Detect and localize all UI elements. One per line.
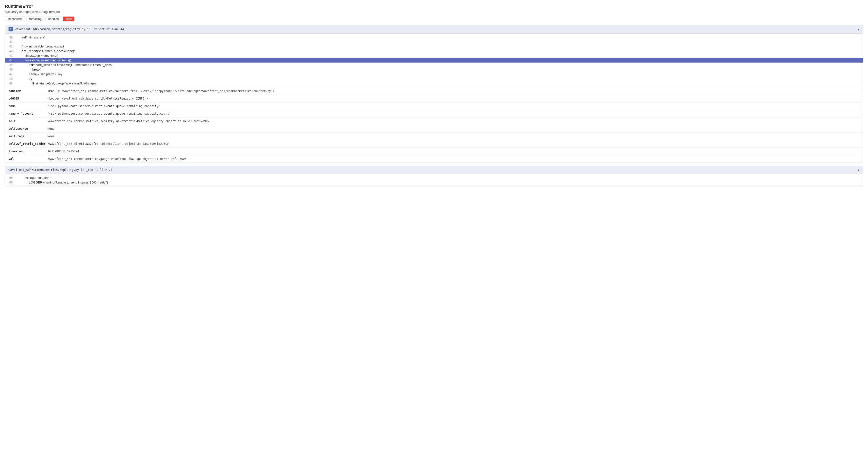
frame-in-1: in (87, 28, 92, 31)
frame-filepath-2: wavefront_sdk/common/metrics/registry.py (8, 168, 79, 171)
frame-lineno-2: 70 (109, 168, 112, 171)
var-row: self<wavefront_sdk.common.metrics.regist… (5, 118, 863, 125)
frame-lineno-1: 44 (121, 28, 124, 31)
var-value: <wavefront_sdk.common.metrics.gauge.Wave… (48, 157, 187, 161)
var-row: self.sourceNone (5, 125, 863, 133)
var-row: self.tagsNone (5, 133, 863, 140)
frame-filepath-1: wavefront_sdk/common/metrics/registry.py (15, 28, 85, 31)
var-name: self.wf_metric_sender (8, 142, 48, 145)
var-name: self.tags (8, 135, 48, 138)
code-line: 42. def _report(self, timeout_secs=None)… (5, 49, 863, 53)
var-name: LOGGER (8, 97, 48, 100)
code-line: 66. LOGGER.warning('Unable to send inter… (5, 180, 863, 185)
line-number: 66. (5, 181, 17, 184)
code-line: 65. except Exception: (5, 175, 863, 180)
line-code: for key, val in self.metrics.items(): (17, 58, 72, 62)
var-value: <module 'wavefront_sdk.common.metrics.co… (48, 89, 275, 93)
var-value: None (48, 135, 55, 138)
line-number: 45. (5, 63, 17, 67)
frame-scroll-btn-2[interactable]: ▴ (858, 168, 860, 172)
var-value: <wavefront_sdk.direct.WavefrontDirectCli… (48, 142, 169, 145)
var-row: name'~sdk.python.core.sender.direct.even… (5, 102, 863, 110)
var-value: <wavefront_sdk.common.metrics.registry.W… (48, 120, 210, 123)
frame-path-1: wavefront_sdk/common/metrics/registry.py… (15, 28, 124, 31)
var-value: None (48, 127, 55, 130)
var-value: '~sdk.python.core.sender.direct.events.q… (48, 112, 171, 116)
line-code: def _report(self, timeout_secs=None): (17, 49, 75, 53)
var-row: name + '.count''~sdk.python.core.sender.… (5, 110, 863, 118)
frame-header-1: P wavefront_sdk/common/metrics/registry.… (5, 25, 863, 34)
var-value: '~sdk.python.core.sender.direct.events.q… (48, 104, 160, 108)
code-line: 48. try: (5, 76, 863, 81)
tag-false[interactable]: false (63, 17, 74, 22)
var-name: self (8, 120, 48, 123)
line-code: if timeout_secs and time.time() - timest… (17, 63, 113, 67)
var-row: self.wf_metric_sender<wavefront_sdk.dire… (5, 140, 863, 148)
code-line: 45. if timeout_secs and time.time() - ti… (5, 63, 863, 67)
code-section-2: 65. except Exception:66. LOGGER.warning(… (5, 174, 863, 186)
frame-header-2: wavefront_sdk/common/metrics/registry.py… (5, 166, 863, 174)
var-name: self.source (8, 127, 48, 130)
tag-mechanism[interactable]: mechanism (5, 17, 25, 22)
var-row: counter<module 'wavefront_sdk.common.met… (5, 87, 863, 95)
code-line: 46. break (5, 67, 863, 72)
frame-function-2: _run (86, 168, 93, 171)
line-number: 39. (5, 36, 17, 39)
error-subtitle: dictionary changed size during iteration (5, 10, 863, 13)
tag-threading[interactable]: threading (27, 17, 44, 22)
frame-path-2: wavefront_sdk/common/metrics/registry.py… (8, 168, 112, 171)
tag-handled[interactable]: handled (45, 17, 61, 22)
frame-at-1: at line (106, 28, 121, 31)
var-row: val<wavefront_sdk.common.metrics.gauge.W… (5, 155, 863, 163)
line-code: timestamp = time.time() (17, 54, 58, 58)
line-code: # pylint: disable=broad-except (17, 44, 64, 48)
line-number: 43. (5, 54, 17, 58)
line-code: LOGGER.warning('Unable to send internal … (17, 181, 108, 184)
frame-icon-1: P (8, 27, 13, 31)
line-code: except Exception: (17, 176, 51, 179)
frame-block-2: wavefront_sdk/common/metrics/registry.py… (5, 166, 863, 187)
code-section-1: 39. self._timer.start()40.41. # pylint: … (5, 34, 863, 87)
code-line: 41. # pylint: disable=broad-except (5, 44, 863, 49)
code-line: 43. timestamp = time.time() (5, 53, 863, 58)
line-number: 47. (5, 72, 17, 76)
line-code: break (17, 68, 40, 71)
var-name: name + '.count' (8, 112, 48, 116)
line-number: 42. (5, 50, 17, 53)
frame-in-2: in (81, 168, 86, 171)
frame-function-1: _report (92, 28, 105, 31)
tag-row: mechanismthreadinghandledfalse (5, 17, 863, 22)
code-line: 44. for key, val in self.metrics.items()… (5, 58, 863, 63)
code-line: 40. (5, 40, 863, 44)
var-name: val (8, 157, 48, 161)
vars-block-1: counter<module 'wavefront_sdk.common.met… (5, 87, 863, 163)
code-line: 47. name = self.prefix + key (5, 72, 863, 76)
var-row: timestamp1633988006.5285594 (5, 148, 863, 155)
var-value: <Logger wavefront_sdk.WavefrontSdkMetric… (48, 97, 148, 100)
var-name: timestamp (8, 150, 48, 153)
frame-block-1: P wavefront_sdk/common/metrics/registry.… (5, 25, 863, 163)
line-number: 48. (5, 77, 17, 80)
code-line: 39. self._timer.start() (5, 35, 863, 40)
line-number: 49. (5, 82, 17, 85)
frame-at-2: at line (95, 168, 109, 171)
var-value: 1633988006.5285594 (48, 150, 79, 153)
var-name: name (8, 104, 48, 108)
line-number: 46. (5, 68, 17, 71)
code-line: 49. if isinstance(val, gauge.WavefrontSd… (5, 81, 863, 86)
page-wrapper: RuntimeError dictionary changed size dur… (0, 0, 868, 190)
line-number: 44. (5, 59, 17, 62)
error-title: RuntimeError (5, 4, 863, 9)
line-code: if isinstance(val, gauge.WavefrontSdkGau… (17, 81, 97, 85)
line-number: 40. (5, 40, 17, 43)
line-code: try: (17, 77, 33, 80)
frame-scroll-btn-1[interactable]: ▴ (858, 27, 860, 31)
line-code: name = self.prefix + key (17, 72, 62, 76)
line-code: self._timer.start() (17, 36, 45, 39)
var-row: LOGGER<Logger wavefront_sdk.WavefrontSdk… (5, 95, 863, 102)
line-number: 65. (5, 176, 17, 179)
line-number: 41. (5, 45, 17, 48)
var-name: counter (8, 89, 48, 93)
